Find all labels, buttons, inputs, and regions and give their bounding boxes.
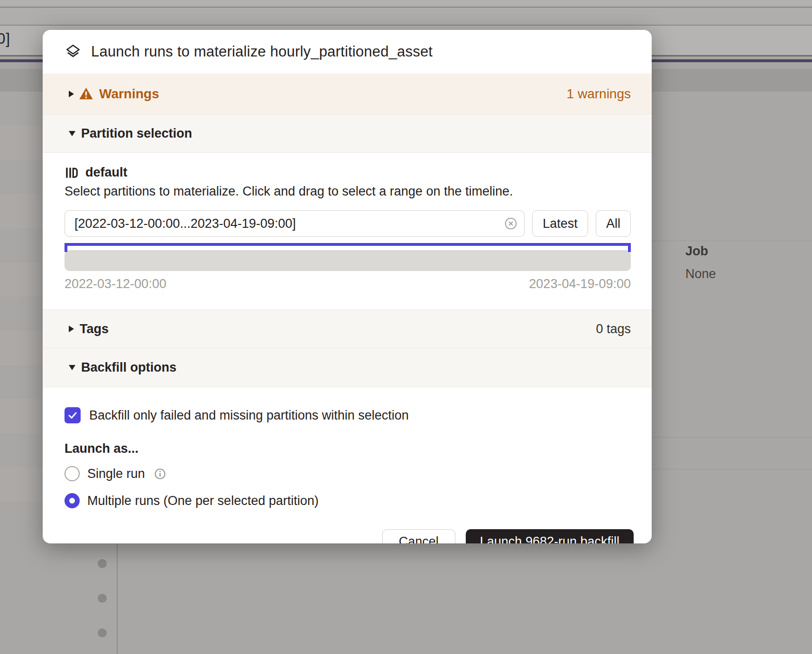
launch-backfill-dialog: Launch runs to materialize hourly_partit… <box>43 30 652 543</box>
background-top-band <box>0 0 812 7</box>
partition-timeline[interactable]: 2022-03-12-00:00 2023-04-19-09:00 <box>65 243 631 291</box>
row-divider <box>652 469 812 469</box>
dialog-footer: Cancel Launch 9682-run backfill <box>43 510 652 543</box>
cancel-button[interactable]: Cancel <box>382 529 455 543</box>
status-dot <box>98 628 107 637</box>
selection-end-tick <box>628 243 631 252</box>
partition-selection-description: Select partitions to materialize. Click … <box>65 184 631 199</box>
single-run-option[interactable]: Single run <box>65 464 631 483</box>
dialog-header: Launch runs to materialize hourly_partit… <box>43 30 652 74</box>
job-column-value: None <box>685 267 716 281</box>
backfill-only-failed-label: Backfill only failed and missing partiti… <box>89 408 409 423</box>
background-cut-input-text: 0] <box>0 30 10 47</box>
tags-count: 0 tags <box>596 322 631 336</box>
tags-section-header[interactable]: Tags 0 tags <box>43 309 652 348</box>
warnings-label: Warnings <box>99 86 159 102</box>
timeline-date-labels: 2022-03-12-00:00 2023-04-19-09:00 <box>65 277 631 291</box>
multiple-runs-radio[interactable] <box>65 493 80 508</box>
partition-selection-section-header[interactable]: Partition selection <box>43 114 652 153</box>
info-icon[interactable] <box>154 467 166 480</box>
partition-range-controls: Latest All <box>65 210 631 237</box>
materialize-layers-icon <box>65 43 82 60</box>
status-dot <box>98 559 107 568</box>
selection-range-indicator <box>65 243 631 246</box>
warnings-count: 1 warnings <box>567 86 631 102</box>
status-dot <box>98 594 107 603</box>
launch-as-label: Launch as... <box>65 441 631 456</box>
tags-title: Tags <box>80 322 109 336</box>
selection-start-tick <box>65 243 67 252</box>
all-button[interactable]: All <box>596 210 631 237</box>
backfill-options-title: Backfill options <box>81 360 176 375</box>
launch-backfill-button[interactable]: Launch 9682-run backfill <box>466 529 634 543</box>
chevron-right-icon <box>69 326 74 332</box>
single-run-radio[interactable] <box>65 466 80 481</box>
dialog-title: Launch runs to materialize hourly_partit… <box>91 43 433 60</box>
backfill-options-body: Backfill only failed and missing partiti… <box>43 387 652 510</box>
multiple-runs-option[interactable]: Multiple runs (One per selected partitio… <box>65 491 631 510</box>
range-start-label: 2022-03-12-00:00 <box>65 277 166 291</box>
job-column-header: Job <box>685 244 716 259</box>
backfill-only-failed-row: Backfill only failed and missing partiti… <box>65 407 631 423</box>
chevron-down-icon <box>69 365 75 370</box>
table-row <box>0 399 43 433</box>
table-row <box>0 126 43 160</box>
partition-selection-title: Partition selection <box>81 126 192 141</box>
warnings-section-header[interactable]: Warnings 1 warnings <box>43 74 652 114</box>
table-row <box>0 331 43 365</box>
warning-triangle-icon <box>79 86 93 101</box>
row-divider <box>652 241 812 241</box>
partition-status-bar[interactable] <box>65 250 631 271</box>
backfill-only-failed-checkbox[interactable] <box>65 407 81 423</box>
single-run-label: Single run <box>87 467 145 481</box>
dimension-row: default <box>65 165 631 180</box>
table-row <box>0 262 43 297</box>
job-column: Job None <box>685 244 716 281</box>
latest-button[interactable]: Latest <box>532 210 588 237</box>
backfill-options-section-header[interactable]: Backfill options <box>43 348 652 387</box>
clear-input-icon[interactable] <box>504 216 518 231</box>
chevron-down-icon <box>69 131 75 136</box>
row-divider <box>652 437 812 438</box>
table-row <box>0 467 43 502</box>
partition-range-input-wrap <box>65 210 525 237</box>
table-column-divider <box>117 543 118 654</box>
partition-selection-body: default Select partitions to materialize… <box>43 153 652 309</box>
background-toolbar-band <box>0 8 812 25</box>
chevron-right-icon <box>69 91 74 97</box>
dimension-name: default <box>85 165 128 180</box>
table-row <box>0 194 43 228</box>
range-end-label: 2023-04-19-09:00 <box>529 277 631 291</box>
partition-dimension-icon <box>65 166 79 180</box>
multiple-runs-label: Multiple runs (One per selected partitio… <box>87 494 319 508</box>
partition-range-input[interactable] <box>65 210 525 237</box>
